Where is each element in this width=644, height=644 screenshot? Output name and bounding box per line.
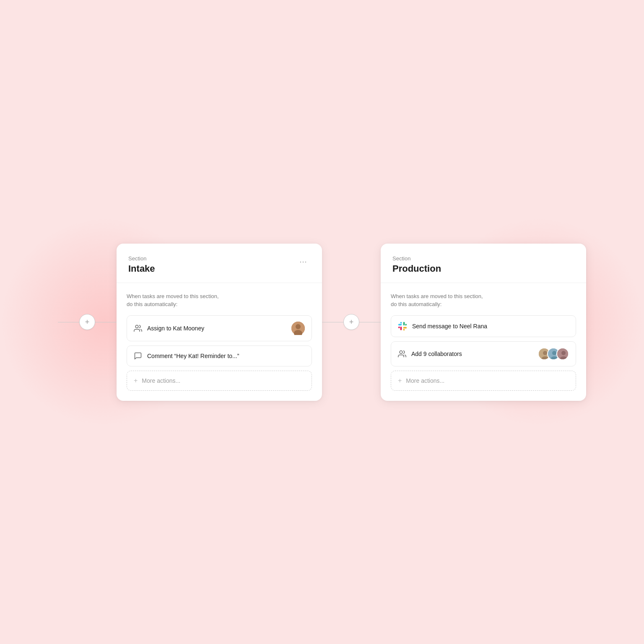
kat-avatar-img [291,322,305,335]
intake-section-title: Intake [128,263,155,274]
intake-card-header: Section Intake ⋯ [117,244,322,283]
collaborators-action-text: Add 9 collaborators [411,351,533,357]
intake-card-body: When tasks are moved to this section, do… [117,283,322,401]
middle-connector: + [322,314,381,330]
line-right [95,322,117,322]
comment-action-item[interactable]: Comment “Hey Kat! Reminder to...” [127,345,312,366]
production-automation-desc: When tasks are moved to this section, do… [391,292,576,309]
intake-section-label: Section [128,255,155,262]
svg-point-0 [135,325,138,328]
assign-action-text: Assign to Kat Mooney [147,325,286,332]
production-card-body: When tasks are moved to this section, do… [381,283,586,401]
plus-icon-middle: + [349,318,354,327]
mid-line-right [359,322,381,322]
slack-icon [398,322,407,331]
people-icon [134,324,142,332]
collaborators-action-item[interactable]: Add 9 collaborators [391,341,576,366]
plus-icon-left: + [85,318,90,327]
left-connector: + [58,314,117,330]
svg-point-2 [296,324,301,329]
production-section-title: Production [392,263,441,274]
comment-action-text: Comment “Hey Kat! Reminder to...” [147,353,305,359]
intake-more-actions-label: More actions... [142,377,180,384]
prod-more-actions-plus-icon: + [398,377,402,384]
intake-more-actions-button[interactable]: + More actions... [127,371,312,391]
svg-point-6 [543,351,547,355]
production-more-actions-label: More actions... [406,377,444,384]
svg-point-4 [400,351,402,353]
intake-automation-desc: When tasks are moved to this section, do… [127,292,312,309]
line-left [58,322,79,322]
slack-action-item[interactable]: Send message to Neel Rana [391,315,576,337]
assign-action-item[interactable]: Assign to Kat Mooney [127,315,312,341]
add-section-middle-button[interactable]: + [343,314,359,330]
slack-action-text: Send message to Neel Rana [412,323,569,330]
production-header-text: Section Production [392,255,441,274]
collaborators-avatar-group [538,348,569,360]
production-more-actions-button[interactable]: + More actions... [391,371,576,391]
production-card-header: Section Production [381,244,586,283]
production-card: Section Production When tasks are moved … [381,244,586,401]
add-section-left-button[interactable]: + [79,314,95,330]
svg-point-12 [561,351,566,355]
comment-icon [134,352,142,360]
collaborators-people-icon [398,350,406,358]
kat-avatar [291,322,305,335]
production-section-label: Section [392,255,441,262]
svg-point-9 [552,351,556,355]
intake-header-text: Section Intake [128,255,155,274]
collaborator-avatar-3 [556,348,569,360]
main-layout: + Section Intake ⋯ When tasks are moved … [58,244,586,401]
more-actions-plus-icon: + [134,377,138,384]
intake-more-button[interactable]: ⋯ [296,255,310,268]
mid-line-left [322,322,343,322]
intake-card: Section Intake ⋯ When tasks are moved to… [117,244,322,401]
